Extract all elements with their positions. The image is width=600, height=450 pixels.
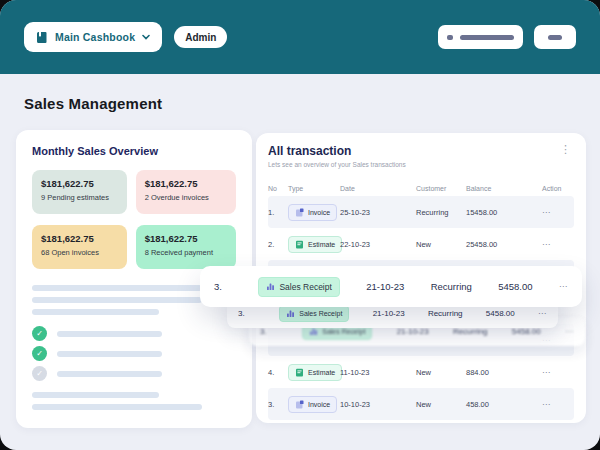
cell-customer: Recurring xyxy=(428,309,463,318)
book-icon xyxy=(36,31,48,44)
placeholder-dash xyxy=(548,35,562,40)
cell-no: 3. xyxy=(214,281,232,292)
app-window: Main Cashbook Admin Sales Management Mon… xyxy=(0,0,600,450)
transactions-subtitle: Lets see an overview of your Sales trans… xyxy=(268,161,574,168)
type-badge-invoice: Invoice xyxy=(288,396,337,413)
type-badge-label: Invoice xyxy=(308,209,330,216)
drag-ghost-row-top[interactable]: 3. Sales Receipt 21-10-23 Recurring 5458… xyxy=(200,266,582,307)
table-row[interactable]: 1. Invoice 25-10-23 Recurring 15458.00 ⋯ xyxy=(268,196,574,228)
table-row[interactable]: 3. Invoice 10-10-23 New 458.00 ⋯ xyxy=(268,388,574,420)
cell-no: 4. xyxy=(268,368,288,377)
cell-no: 3. xyxy=(238,309,256,318)
stat-card-2: $181,622.75 68 Open invoices xyxy=(32,225,127,269)
column-header-type: Type xyxy=(288,185,340,192)
skeleton-line xyxy=(57,351,162,357)
cell-balance: 25458.00 xyxy=(466,240,542,249)
stat-label: 68 Open invoices xyxy=(41,248,118,257)
stat-amount: $181,622.75 xyxy=(145,233,227,244)
skeleton-lines-bottom xyxy=(32,392,236,410)
stat-card-1: $181,622.75 2 Overdue invoices xyxy=(136,170,236,214)
receipt-icon xyxy=(266,282,275,291)
cell-date: 21-10-23 xyxy=(373,309,405,318)
cashbook-selector[interactable]: Main Cashbook xyxy=(24,22,162,52)
cell-balance: 15458.00 xyxy=(466,208,542,217)
type-badge-label: Sales Receipt xyxy=(299,310,342,317)
cell-balance: 884.00 xyxy=(466,368,542,377)
table-row[interactable]: 2. Estimate 22-10-23 New 25458.00 ⋯ xyxy=(268,228,574,260)
table-header: NoTypeDateCustomerBalanceAction xyxy=(268,180,574,196)
topbar-placeholder-button-wide[interactable] xyxy=(438,25,523,49)
row-actions-icon[interactable]: ⋯ xyxy=(565,327,574,336)
skeleton-line xyxy=(57,371,162,377)
topbar-placeholder-button-small[interactable] xyxy=(534,25,576,49)
cell-balance: 458.00 xyxy=(466,400,542,409)
stat-label: 2 Overdue invoices xyxy=(145,193,227,202)
type-badge-receipt: Sales Receipt xyxy=(279,305,349,322)
cell-customer: Recurring xyxy=(431,281,472,292)
table-row[interactable]: 4. Estimate 11-10-23 New 884.00 ⋯ xyxy=(268,356,574,388)
cell-date: 21-10-23 xyxy=(366,281,404,292)
cell-customer: Recurring xyxy=(453,327,488,336)
row-actions-icon[interactable]: ⋯ xyxy=(542,240,574,249)
invoice-icon xyxy=(295,400,304,409)
estimate-icon xyxy=(295,240,304,249)
page-title: Sales Management xyxy=(24,95,600,112)
type-badge-invoice: Invoice xyxy=(288,204,337,221)
placeholder-dash xyxy=(460,35,514,40)
cell-date: 21-10-23 xyxy=(397,327,429,336)
column-header-date: Date xyxy=(340,185,416,192)
type-badge-label: Sales Receipt xyxy=(322,328,365,335)
cell-no: 2. xyxy=(268,240,288,249)
cashbook-label: Main Cashbook xyxy=(55,31,135,43)
cell-date: 25-10-23 xyxy=(340,208,416,217)
chevron-down-icon xyxy=(142,34,150,40)
kebab-menu-icon[interactable]: ⋮ xyxy=(556,142,575,157)
overview-title: Monthly Sales Overview xyxy=(32,145,236,157)
check-list-item: ✓ xyxy=(32,366,236,381)
stat-label: 8 Received payment xyxy=(145,248,227,257)
checklist: ✓✓✓ xyxy=(32,326,236,381)
placeholder-dot xyxy=(447,35,453,40)
stats-grid: $181,622.75 9 Pending estimates$181,622.… xyxy=(32,170,236,269)
invoice-icon xyxy=(295,208,304,217)
admin-badge: Admin xyxy=(174,26,227,48)
check-list-item: ✓ xyxy=(32,326,236,341)
skeleton-line xyxy=(32,392,159,398)
stat-amount: $181,622.75 xyxy=(145,178,227,189)
stat-amount: $181,622.75 xyxy=(41,233,118,244)
type-badge-label: Invoice xyxy=(308,401,330,408)
stat-label: 9 Pending estimates xyxy=(41,193,118,202)
row-actions-icon[interactable]: ⋯ xyxy=(542,368,574,377)
stat-card-3: $181,622.75 8 Received payment xyxy=(136,225,236,269)
type-badge-receipt: Sales Receipt xyxy=(258,277,339,297)
cell-no: 3. xyxy=(268,400,288,409)
cell-balance: 5458.00 xyxy=(512,327,541,336)
transactions-title: All transaction xyxy=(268,144,574,158)
cell-balance: 5458.00 xyxy=(486,309,515,318)
cell-customer: Recurring xyxy=(416,208,466,217)
column-header-action: Action xyxy=(542,185,574,192)
type-badge-label: Sales Receipt xyxy=(279,282,331,292)
row-actions-icon[interactable]: ⋯ xyxy=(559,282,568,291)
cell-date: 22-10-23 xyxy=(340,240,416,249)
check-icon: ✓ xyxy=(32,346,47,361)
type-badge-label: Estimate xyxy=(308,241,335,248)
cell-date: 11-10-23 xyxy=(340,368,416,377)
skeleton-line xyxy=(32,309,159,315)
top-bar: Main Cashbook Admin xyxy=(0,0,600,74)
cell-customer: New xyxy=(416,240,466,249)
skeleton-line xyxy=(32,404,202,410)
column-header-customer: Customer xyxy=(416,185,466,192)
check-list-item: ✓ xyxy=(32,346,236,361)
skeleton-line xyxy=(57,331,162,337)
type-badge-label: Estimate xyxy=(308,369,335,376)
column-header-no: No xyxy=(268,185,288,192)
row-actions-icon[interactable]: ⋯ xyxy=(538,309,547,318)
cell-customer: New xyxy=(416,368,466,377)
stat-card-0: $181,622.75 9 Pending estimates xyxy=(32,170,127,214)
check-icon: ✓ xyxy=(32,326,47,341)
row-actions-icon[interactable]: ⋯ xyxy=(542,400,574,409)
row-actions-icon[interactable]: ⋯ xyxy=(542,208,574,217)
cell-no: 3. xyxy=(260,327,278,336)
cell-customer: New xyxy=(416,400,466,409)
